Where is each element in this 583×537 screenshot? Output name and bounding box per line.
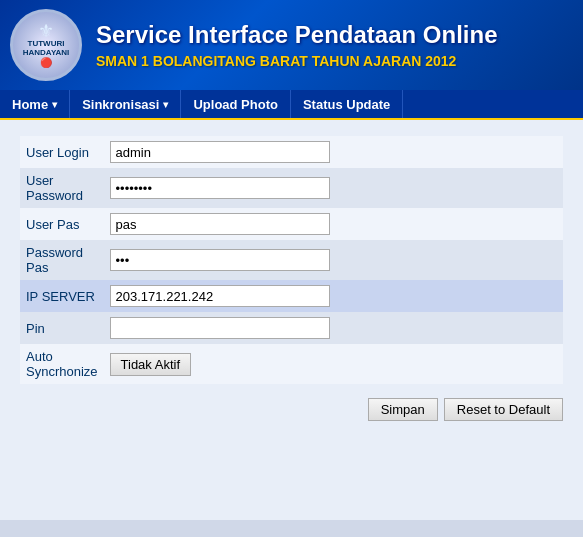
header-title: Service Interface Pendataan Online — [96, 21, 498, 49]
logo-wings: ⚜ — [38, 22, 54, 40]
pin-label: Pin — [20, 312, 104, 344]
nav-sinkronisasi-label: Sinkronisasi — [82, 97, 159, 112]
table-row: Password Pas — [20, 240, 563, 280]
user-password-cell — [104, 168, 563, 208]
ip-server-input[interactable] — [110, 285, 330, 307]
button-row: Simpan Reset to Default — [20, 394, 563, 421]
logo-text: TUTWURIHANDAYANI — [23, 40, 70, 58]
header-text: Service Interface Pendataan Online SMAN … — [96, 21, 498, 69]
ip-server-label: IP SERVER — [20, 280, 104, 312]
table-row: Auto Syncrhonize Tidak Aktif — [20, 344, 563, 384]
table-row: User Login — [20, 136, 563, 168]
user-login-input[interactable] — [110, 141, 330, 163]
table-row: Pin — [20, 312, 563, 344]
user-password-input[interactable] — [110, 177, 330, 199]
navbar: Home ▾ Sinkronisasi ▾ Upload Photo Statu… — [0, 90, 583, 120]
nav-sinkronisasi-arrow: ▾ — [163, 99, 168, 110]
nav-sinkronisasi[interactable]: Sinkronisasi ▾ — [70, 90, 181, 118]
nav-home[interactable]: Home ▾ — [0, 90, 70, 118]
table-row: User Password — [20, 168, 563, 208]
logo-shield: 🔴 — [40, 57, 52, 68]
reset-button[interactable]: Reset to Default — [444, 398, 563, 421]
auto-sync-label: Auto Syncrhonize — [20, 344, 104, 384]
ip-server-cell — [104, 280, 563, 312]
user-password-label: User Password — [20, 168, 104, 208]
auto-sync-cell: Tidak Aktif — [104, 344, 563, 384]
nav-status-update-label: Status Update — [303, 97, 390, 112]
form-table: User Login User Password User Pas — [20, 136, 563, 384]
user-pas-cell — [104, 208, 563, 240]
password-pas-cell — [104, 240, 563, 280]
header: ⚜ TUTWURIHANDAYANI 🔴 Service Interface P… — [0, 0, 583, 90]
pin-cell — [104, 312, 563, 344]
nav-upload-photo[interactable]: Upload Photo — [181, 90, 291, 118]
password-pas-label: Password Pas — [20, 240, 104, 280]
table-row: IP SERVER — [20, 280, 563, 312]
tidak-aktif-button[interactable]: Tidak Aktif — [110, 353, 191, 376]
logo: ⚜ TUTWURIHANDAYANI 🔴 — [10, 9, 82, 81]
user-pas-input[interactable] — [110, 213, 330, 235]
nav-home-arrow: ▾ — [52, 99, 57, 110]
user-login-label: User Login — [20, 136, 104, 168]
password-pas-input[interactable] — [110, 249, 330, 271]
user-login-cell — [104, 136, 563, 168]
nav-home-label: Home — [12, 97, 48, 112]
content: User Login User Password User Pas — [0, 120, 583, 520]
user-pas-label: User Pas — [20, 208, 104, 240]
nav-upload-photo-label: Upload Photo — [193, 97, 278, 112]
nav-status-update[interactable]: Status Update — [291, 90, 403, 118]
table-row: User Pas — [20, 208, 563, 240]
simpan-button[interactable]: Simpan — [368, 398, 438, 421]
pin-input[interactable] — [110, 317, 330, 339]
header-subtitle: SMAN 1 BOLANGITANG BARAT TAHUN AJARAN 20… — [96, 53, 498, 69]
